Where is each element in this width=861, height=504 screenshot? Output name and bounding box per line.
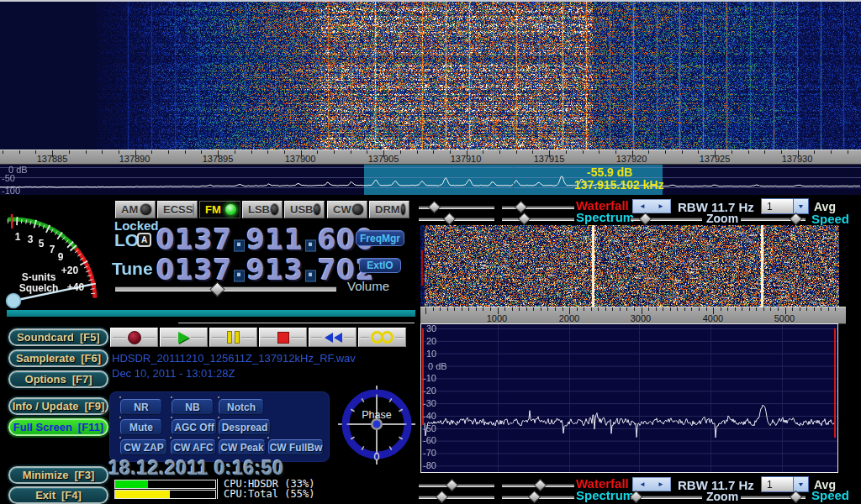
slider-thumb[interactable] [443, 213, 457, 226]
audio-frequency-scale[interactable]: 1000 2000 3000 4000 5000 [420, 307, 846, 324]
lo-frequency-display[interactable]: 0137911600 [156, 223, 375, 256]
mode-button-lsb[interactable]: LSB [242, 201, 283, 218]
mode-label: CW [333, 203, 351, 216]
tick [549, 150, 550, 157]
options-button[interactable]: Options[F7] [8, 370, 108, 388]
cw-peak-button[interactable]: CW Peak [219, 439, 266, 455]
play-button[interactable] [160, 328, 208, 347]
freqmgr-button[interactable]: FreqMgr [356, 230, 404, 246]
sp-range-slider[interactable] [502, 214, 574, 223]
mode-button-drm[interactable]: DRM [369, 201, 409, 218]
sp-range-slider-2[interactable] [502, 492, 574, 501]
rbw-spinner[interactable] [632, 199, 671, 213]
rbw-spinner-2[interactable] [632, 477, 671, 491]
tune-frequency-display[interactable]: 0137913702 [156, 254, 375, 286]
tick [831, 150, 832, 154]
slider-thumb[interactable] [528, 491, 541, 504]
slider-thumb[interactable] [639, 213, 652, 226]
exit-button[interactable]: Exit[F4] [8, 486, 108, 504]
despread-button[interactable]: Despread [219, 419, 271, 435]
rewind-button[interactable] [309, 328, 357, 347]
chevron-down-icon[interactable] [793, 199, 808, 213]
tick [735, 307, 736, 311]
record-button[interactable] [110, 328, 158, 347]
avg-dropdown[interactable]: 1 [761, 198, 809, 214]
slider-thumb[interactable] [533, 479, 547, 492]
slider-thumb[interactable] [436, 491, 449, 504]
agc-button[interactable]: AGC Off [172, 419, 217, 435]
mode-button-usb[interactable]: USB [284, 201, 325, 218]
rf-waterfall-display[interactable] [0, 0, 861, 150]
level-bar [7, 310, 415, 317]
soundcard-button[interactable]: Soundcard[F5] [8, 328, 108, 346]
zoom-slider[interactable] [631, 214, 702, 223]
spectrum-label[interactable]: Spectrum [576, 210, 634, 224]
pause-button[interactable] [209, 328, 257, 347]
tick [334, 150, 335, 154]
slider-thumb[interactable] [445, 479, 458, 492]
nr-button[interactable]: NR [120, 399, 162, 415]
slider-thumb[interactable] [514, 201, 527, 214]
extio-button[interactable]: ExtIO [359, 258, 401, 273]
tick [806, 307, 807, 311]
wf-contrast-slider-2[interactable] [502, 480, 574, 490]
slider-thumb[interactable] [518, 213, 531, 226]
db-label: 0 dB [428, 361, 458, 371]
cw-afc-button[interactable]: CW AFC [171, 439, 216, 455]
mode-button-fm[interactable]: FM [199, 201, 240, 218]
auto-badge[interactable]: A [137, 233, 151, 247]
info-update-button[interactable]: Info / Update[F9] [8, 397, 108, 415]
loop-button[interactable] [358, 328, 406, 347]
tick [615, 150, 616, 154]
slider-thumb[interactable] [209, 281, 224, 297]
slider-thumb[interactable] [629, 491, 642, 504]
samplerate-button[interactable]: Samplerate[F6] [8, 349, 108, 367]
tick [684, 307, 685, 311]
tick [634, 307, 635, 311]
audio-waterfall-display[interactable] [420, 225, 839, 307]
wf-contrast-slider[interactable] [502, 202, 574, 212]
smeter-tick-label: 1 [15, 231, 21, 243]
spin-left-icon[interactable] [633, 200, 652, 213]
slider-thumb[interactable] [790, 213, 803, 226]
spin-left-icon[interactable] [633, 478, 652, 491]
mode-button-ecss[interactable]: ECSS [157, 201, 198, 218]
volume-slider[interactable] [115, 284, 336, 295]
volume-label: Volume [347, 279, 389, 293]
mode-button-cw[interactable]: CW [327, 201, 367, 218]
fullscreen-button[interactable]: Full Screen[F11] [8, 418, 108, 436]
speed-slider[interactable] [741, 214, 806, 223]
rf-spectrum-display[interactable]: 0 dB -50 -100 -55.9 dB 137.915.102 kHz [0, 165, 861, 195]
sp-gain-slider-2[interactable] [419, 492, 494, 501]
spin-right-icon[interactable] [652, 478, 670, 491]
cw-fullbw-button[interactable]: CW FullBw [268, 439, 324, 455]
notch-button[interactable]: Notch [219, 399, 264, 415]
mute-button[interactable]: Mute [120, 419, 162, 435]
spectrum-label-2[interactable]: Spectrum [576, 488, 634, 502]
tick [591, 307, 592, 311]
mode-label: USB [290, 203, 313, 216]
nb-button[interactable]: NB [172, 399, 214, 415]
rf-frequency-scale[interactable]: 137885 137890 137895 137900 137905 13791… [0, 150, 861, 165]
slider-thumb[interactable] [428, 201, 441, 214]
minimize-button[interactable]: Minimize[F3] [8, 466, 108, 484]
mode-button-am[interactable]: AM [115, 201, 156, 218]
stop-button[interactable] [259, 328, 307, 347]
squelch-label[interactable]: Squelch [19, 282, 59, 294]
tick [583, 150, 584, 154]
wf-brightness-slider-2[interactable] [419, 480, 494, 490]
slider-thumb[interactable] [790, 491, 803, 504]
tick [770, 307, 771, 311]
sp-gain-slider[interactable] [419, 214, 494, 223]
tick [670, 307, 671, 311]
zoom-slider-2[interactable] [631, 492, 702, 501]
speed-slider-2[interactable] [741, 492, 806, 501]
cw-zap-button[interactable]: CW ZAP [120, 439, 167, 455]
wf-brightness-slider[interactable] [419, 202, 494, 212]
speed-label: Speed [811, 212, 849, 226]
spin-right-icon[interactable] [652, 200, 670, 213]
audio-spectrum-display[interactable]: 30 20 10 0 dB -10 -20 -30 -40 -50 -60 -7… [420, 323, 838, 473]
dsp-label: NB [185, 402, 199, 413]
avg-dropdown-2[interactable]: 1 [761, 476, 809, 492]
chevron-down-icon[interactable] [793, 477, 808, 491]
